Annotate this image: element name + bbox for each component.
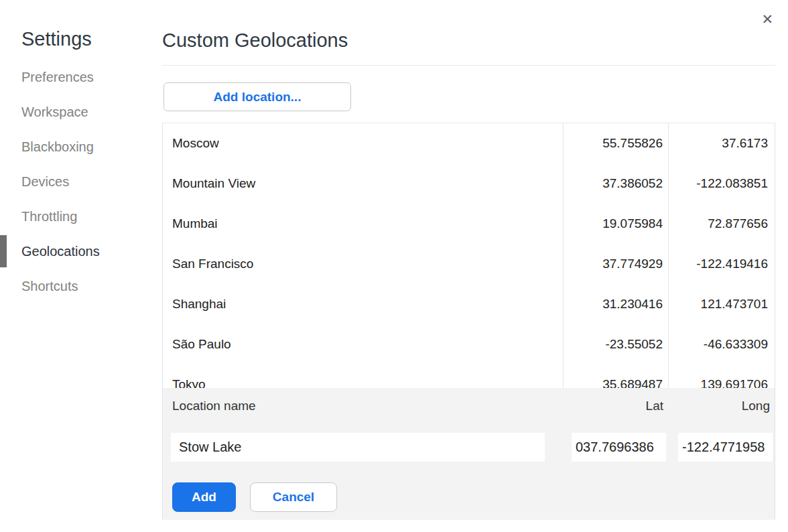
sidebar-item-label: Throttling bbox=[21, 209, 77, 224]
table-row[interactable]: Moscow 55.755826 37.6173 bbox=[163, 123, 775, 163]
sidebar-item-blackboxing[interactable]: Blackboxing bbox=[0, 129, 162, 164]
table-row[interactable]: Tokyo 35.689487 139.691706 bbox=[163, 364, 775, 388]
sidebar-item-workspace[interactable]: Workspace bbox=[0, 94, 162, 129]
sidebar-item-label: Blackboxing bbox=[21, 139, 94, 155]
sidebar-item-label: Workspace bbox=[21, 105, 88, 120]
cell-lat: 55.755826 bbox=[563, 136, 668, 151]
cell-location-name: São Paulo bbox=[163, 337, 563, 352]
long-input[interactable] bbox=[678, 433, 773, 462]
cell-lat: 37.774929 bbox=[563, 257, 668, 271]
cell-long: 37.6173 bbox=[668, 136, 775, 151]
cell-location-name: Mumbai bbox=[163, 216, 563, 231]
sidebar-item-preferences[interactable]: Preferences bbox=[0, 60, 162, 94]
cell-long: 72.877656 bbox=[668, 216, 775, 231]
settings-sidebar: Settings Preferences Workspace Blackboxi… bbox=[0, 0, 162, 304]
title-divider bbox=[162, 65, 775, 66]
lat-header: Lat bbox=[572, 399, 663, 413]
sidebar-item-shortcuts[interactable]: Shortcuts bbox=[0, 269, 162, 304]
editor-header: Location name Lat Long bbox=[163, 388, 775, 417]
cell-lat: 35.689487 bbox=[563, 377, 668, 388]
cell-long: 121.473701 bbox=[668, 297, 775, 312]
sidebar-item-geolocations[interactable]: Geolocations bbox=[0, 234, 162, 269]
page-title: Custom Geolocations bbox=[162, 29, 788, 52]
geolocation-editor: Location name Lat Long Add Cancel bbox=[163, 388, 775, 520]
add-button[interactable]: Add bbox=[172, 482, 236, 512]
settings-nav: Preferences Workspace Blackboxing Device… bbox=[0, 60, 162, 304]
table-row[interactable]: Mountain View 37.386052 -122.083851 bbox=[163, 163, 775, 204]
cell-location-name: San Francisco bbox=[163, 257, 563, 271]
cell-long: -122.419416 bbox=[668, 257, 775, 271]
settings-title: Settings bbox=[21, 28, 162, 50]
cell-location-name: Shanghai bbox=[163, 297, 563, 312]
table-row[interactable]: Shanghai 31.230416 121.473701 bbox=[163, 284, 775, 324]
long-header: Long bbox=[678, 399, 770, 413]
sidebar-item-devices[interactable]: Devices bbox=[0, 164, 162, 199]
cell-lat: -23.55052 bbox=[563, 337, 668, 352]
cell-long: -122.083851 bbox=[668, 176, 775, 191]
cell-lat: 37.386052 bbox=[563, 176, 668, 191]
sidebar-item-label: Shortcuts bbox=[21, 279, 78, 294]
cell-lat: 19.075984 bbox=[563, 216, 668, 231]
sidebar-item-label: Preferences bbox=[21, 70, 94, 85]
table-row[interactable]: San Francisco 37.774929 -122.419416 bbox=[163, 244, 775, 284]
location-name-header: Location name bbox=[172, 399, 256, 413]
sidebar-item-throttling[interactable]: Throttling bbox=[0, 199, 162, 234]
lat-input[interactable] bbox=[572, 433, 666, 462]
cell-long: -46.633309 bbox=[668, 337, 775, 352]
table-row[interactable]: São Paulo -23.55052 -46.633309 bbox=[163, 324, 775, 364]
location-name-input[interactable] bbox=[171, 433, 545, 462]
cell-lat: 31.230416 bbox=[563, 297, 668, 312]
cancel-button[interactable]: Cancel bbox=[250, 482, 337, 512]
cell-long: 139.691706 bbox=[668, 377, 775, 388]
cell-location-name: Mountain View bbox=[163, 176, 563, 191]
add-location-button[interactable]: Add location... bbox=[163, 82, 351, 111]
cell-location-name: Tokyo bbox=[163, 377, 563, 388]
cell-location-name: Moscow bbox=[163, 136, 563, 151]
table-row[interactable]: Mumbai 19.075984 72.877656 bbox=[163, 204, 775, 244]
sidebar-item-label: Devices bbox=[21, 174, 69, 190]
geolocation-list[interactable]: Moscow 55.755826 37.6173 Mountain View 3… bbox=[163, 123, 775, 388]
column-divider-long bbox=[668, 123, 669, 388]
column-divider-lat bbox=[563, 123, 564, 388]
geolocations-widget: Moscow 55.755826 37.6173 Mountain View 3… bbox=[162, 123, 775, 519]
sidebar-item-label: Geolocations bbox=[21, 244, 100, 259]
geolocations-panel: Custom Geolocations Add location... Mosc… bbox=[162, 0, 788, 52]
